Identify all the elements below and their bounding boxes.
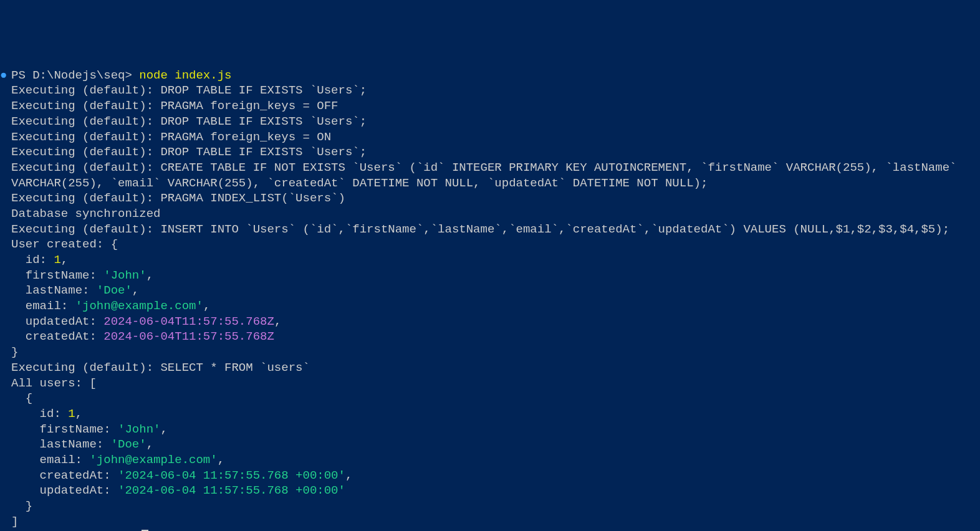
output-line: Executing (default): PRAGMA foreign_keys… [11, 98, 969, 114]
all-users-openbrace: { [11, 391, 969, 406]
prompt-path: PS D:\Nodejs\seq> [11, 69, 132, 82]
all-users-id: id: 1, [11, 406, 969, 422]
terminal-output[interactable]: ●PS D:\Nodejs\seq> node index.jsExecutin… [11, 68, 969, 531]
output-line: Executing (default): PRAGMA INDEX_LIST(`… [11, 191, 969, 206]
output-line: Executing (default): DROP TABLE IF EXIST… [11, 83, 969, 98]
output-line: Executing (default): CREATE TABLE IF NOT… [11, 160, 969, 191]
user-created-lastname: lastName: 'Doe', [11, 283, 969, 299]
all-users-createdat: createdAt: '2024-06-04 11:57:55.768 +00:… [11, 468, 969, 484]
output-line: Executing (default): DROP TABLE IF EXIST… [11, 145, 969, 160]
prompt-line-1: ●PS D:\Nodejs\seq> node index.js [11, 68, 969, 84]
all-users-firstname: firstName: 'John', [11, 422, 969, 438]
output-line: Executing (default): PRAGMA foreign_keys… [11, 130, 969, 145]
all-users-email: email: 'john@example.com', [11, 452, 969, 468]
all-users-header: All users: [ [11, 376, 969, 391]
user-created-id: id: 1, [11, 252, 969, 268]
user-created-close: } [11, 345, 969, 360]
user-created-email: email: 'john@example.com', [11, 299, 969, 314]
user-created-firstname: firstName: 'John', [11, 268, 969, 284]
user-created-updatedat: updatedAt: 2024-06-04T11:57:55.768Z, [11, 314, 969, 330]
all-users-lastname: lastName: 'Doe', [11, 437, 969, 452]
user-created-header: User created: { [11, 237, 969, 252]
all-users-updatedat: updatedAt: '2024-06-04 11:57:55.768 +00:… [11, 483, 969, 499]
output-line: Executing (default): INSERT INTO `Users`… [11, 222, 969, 237]
all-users-closebracket: ] [11, 514, 969, 530]
output-line: Executing (default): SELECT * FROM `user… [11, 360, 969, 376]
bullet-icon: ● [0, 68, 11, 84]
command-text: node index.js [139, 69, 231, 82]
output-line: Executing (default): DROP TABLE IF EXIST… [11, 114, 969, 130]
user-created-createdat: createdAt: 2024-06-04T11:57:55.768Z [11, 329, 969, 345]
all-users-closebrace: } [11, 499, 969, 514]
output-line: Database synchronized [11, 206, 969, 222]
